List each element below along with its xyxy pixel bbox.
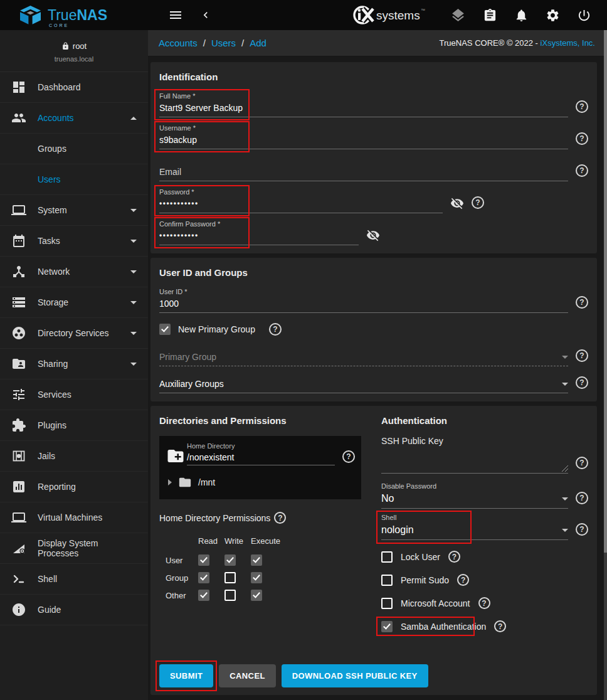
new-primary-group-checkbox[interactable]	[159, 324, 171, 335]
sidebar-item-accounts[interactable]: Accounts	[0, 103, 148, 134]
sidebar-item-plugins[interactable]: Plugins	[0, 410, 148, 441]
help-icon[interactable]: ?	[576, 523, 588, 536]
permission-checkbox-other-write[interactable]	[224, 590, 236, 601]
guide-icon	[11, 602, 26, 617]
full-name-field[interactable]: Full Name * Start9 Server Backup	[159, 92, 568, 117]
sidebar-item-system[interactable]: System	[0, 195, 148, 226]
permissions-column-read: Read	[198, 536, 224, 546]
help-icon[interactable]: ?	[576, 492, 588, 504]
help-icon[interactable]: ?	[472, 196, 484, 209]
ssh-public-key-textarea[interactable]	[381, 446, 568, 474]
truenas-logo[interactable]: TrueNAS CORE	[0, 5, 148, 26]
scrollbar[interactable]	[604, 30, 607, 700]
sidebar-item-tasks[interactable]: Tasks	[0, 226, 148, 257]
microsoft-account-checkbox[interactable]	[381, 598, 393, 609]
menu-icon[interactable]	[166, 5, 186, 25]
permit-sudo-checkbox[interactable]	[381, 575, 393, 586]
help-icon[interactable]: ?	[576, 100, 588, 113]
permission-checkbox-other-read[interactable]	[198, 590, 209, 601]
sidebar-item-groups[interactable]: Groups	[0, 134, 148, 164]
sidebar-item-users[interactable]: Users	[0, 164, 148, 195]
sidebar-item-dashboard[interactable]: Dashboard	[0, 72, 148, 103]
notifications-bell-icon[interactable]	[514, 8, 529, 23]
permission-checkbox-user-execute[interactable]	[251, 554, 262, 566]
help-icon[interactable]: ?	[576, 132, 588, 145]
back-chevron-icon[interactable]	[197, 6, 214, 24]
truecommand-layers-icon[interactable]	[450, 8, 466, 23]
help-icon[interactable]: ?	[494, 620, 506, 632]
chevron-down-icon	[130, 363, 137, 366]
directories-column: Directories and Permissions Home Directo…	[159, 413, 361, 638]
permission-checkbox-group-read[interactable]	[198, 572, 209, 583]
sidebar-item-virtual-machines[interactable]: Virtual Machines	[0, 502, 148, 533]
primary-group-select[interactable]: Primary Group	[159, 349, 568, 366]
help-icon[interactable]: ?	[478, 597, 490, 609]
user-id-field[interactable]: User ID * 1000	[159, 288, 568, 313]
permission-checkbox-user-read[interactable]	[198, 554, 209, 566]
dropdown-caret-icon	[562, 497, 568, 501]
help-icon[interactable]: ?	[457, 574, 469, 586]
tree-item-mnt[interactable]: /mnt	[166, 465, 355, 491]
help-icon[interactable]: ?	[576, 457, 588, 469]
sidebar-item-storage[interactable]: Storage	[0, 287, 148, 318]
resize-grip-icon[interactable]	[562, 465, 568, 472]
confirm-password-value: •••••••••••	[159, 231, 199, 240]
sidebar-item-reporting[interactable]: Reporting	[0, 472, 148, 502]
download-ssh-key-button[interactable]: DOWNLOAD SSH PUBLIC KEY	[282, 664, 428, 687]
help-icon[interactable]: ?	[576, 296, 588, 309]
settings-gear-icon[interactable]	[546, 8, 560, 23]
username-field[interactable]: Username * s9backup	[159, 124, 568, 149]
sidebar-item-display-system-processes[interactable]: Display System Processes	[0, 533, 148, 564]
sidebar-item-guide[interactable]: Guide	[0, 595, 148, 625]
help-icon[interactable]: ?	[342, 450, 355, 463]
permission-checkbox-group-execute[interactable]	[251, 572, 262, 583]
power-icon[interactable]	[577, 8, 591, 23]
email-field[interactable]: Email	[159, 156, 568, 181]
sidebar-item-jails[interactable]: Jails	[0, 441, 148, 472]
sidebar-username: root	[73, 41, 87, 51]
breadcrumb-link-users[interactable]: Users	[211, 38, 236, 48]
permission-checkbox-other-execute[interactable]	[251, 590, 262, 601]
auxiliary-groups-placeholder: Auxiliary Groups	[159, 379, 224, 389]
scrollbar-thumb[interactable]	[604, 30, 607, 553]
sidebar-item-shell[interactable]: Shell	[0, 564, 148, 595]
help-icon[interactable]: ?	[576, 349, 588, 362]
sidebar-item-sharing[interactable]: Sharing	[0, 349, 148, 379]
ixsystems-logo[interactable]: systems ™	[352, 4, 426, 26]
help-icon[interactable]: ?	[269, 323, 282, 336]
submit-button[interactable]: SUBMIT	[159, 664, 213, 687]
permission-checkbox-group-write[interactable]	[224, 572, 236, 583]
checkbox-row-microsoft-account: Microsoft Account?	[381, 591, 588, 615]
home-directory-value: /nonexistent	[187, 452, 235, 462]
cancel-button[interactable]: CANCEL	[219, 664, 276, 687]
user-id-label: User ID *	[159, 288, 568, 296]
home-directory-field[interactable]: Home Directory /nonexistent	[187, 442, 335, 465]
task-manager-clipboard-icon[interactable]	[483, 8, 497, 23]
shell-select[interactable]: Shell nologin	[381, 514, 568, 540]
help-icon[interactable]: ?	[274, 512, 286, 524]
help-icon[interactable]: ?	[448, 551, 460, 563]
sidebar-item-label: Users	[38, 174, 61, 184]
permissions-row-label: Group	[166, 573, 198, 583]
help-icon[interactable]: ?	[576, 376, 588, 389]
visibility-off-icon[interactable]	[366, 228, 380, 242]
permission-checkbox-user-write[interactable]	[224, 554, 236, 566]
breadcrumb-link-accounts[interactable]: Accounts	[159, 38, 198, 48]
confirm-password-field[interactable]: Confirm Password * •••••••••••	[159, 220, 359, 245]
tree-expand-icon[interactable]	[168, 479, 172, 485]
sidebar-item-directory-services[interactable]: Directory Services	[0, 318, 148, 349]
help-icon[interactable]: ?	[576, 164, 588, 177]
disable-password-select[interactable]: Disable Password No	[381, 482, 568, 509]
sidebar-item-network[interactable]: Network	[0, 257, 148, 287]
auxiliary-groups-select[interactable]: Auxiliary Groups	[159, 376, 568, 393]
sidebar-item-services[interactable]: Services	[0, 379, 148, 410]
full-name-value: Start9 Server Backup	[159, 103, 243, 113]
visibility-off-icon[interactable]	[450, 196, 464, 210]
permissions-column-write: Write	[224, 536, 251, 546]
breadcrumb-link-add[interactable]: Add	[250, 38, 267, 48]
samba-authentication-checkbox[interactable]	[381, 621, 393, 632]
password-field[interactable]: Password * •••••••••••	[159, 188, 443, 213]
copyright-link[interactable]: iXsystems, Inc.	[541, 38, 595, 48]
create-folder-icon[interactable]	[166, 447, 186, 465]
lock-user-checkbox[interactable]	[381, 551, 393, 563]
